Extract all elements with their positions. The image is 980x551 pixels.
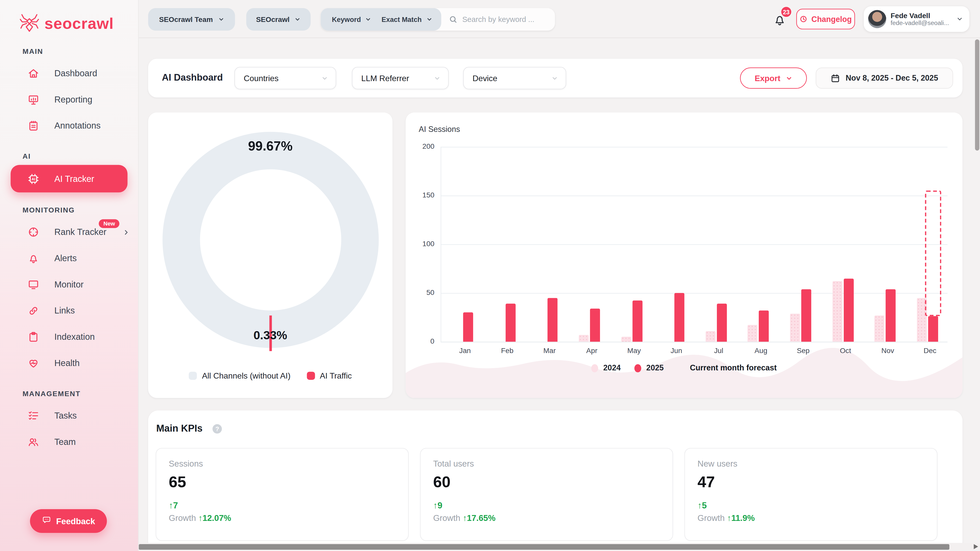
export-button[interactable]: Export — [740, 67, 807, 89]
x-axis-label: May — [615, 347, 653, 354]
search-group: Keyword Exact Match — [321, 8, 555, 30]
sidebar-item-label: Monitor — [54, 279, 83, 289]
clock-icon — [800, 15, 808, 23]
sidebar-item-label: Alerts — [54, 253, 77, 263]
link-icon — [27, 305, 40, 317]
forecast-legend-label: Current month forecast — [690, 364, 776, 372]
y-axis-tick: 150 — [406, 191, 434, 198]
bar-2025-aug[interactable] — [759, 310, 769, 341]
bar-2025-jul[interactable] — [717, 304, 727, 342]
kpi-card-sessions: Sessions65↑7Growth ↑12.07% — [156, 448, 409, 541]
bar-2024-oct[interactable] — [832, 281, 842, 342]
bar-2025-oct[interactable] — [844, 278, 854, 341]
bar-2025-jan[interactable] — [463, 313, 473, 342]
legend-swatch — [189, 372, 197, 380]
chart-legend-item[interactable]: 2025 — [635, 364, 664, 372]
kpi-growth-label: Growth — [433, 513, 460, 523]
sidebar-item-monitor[interactable]: Monitor — [0, 271, 138, 297]
date-range-label: Nov 8, 2025 - Dec 5, 2025 — [845, 74, 938, 83]
filter-bar: AI Dashboard CountriesLLM ReferrerDevice… — [148, 59, 963, 97]
x-axis-label: Aug — [742, 347, 780, 354]
sidebar-item-indexation[interactable]: Indexation — [0, 324, 138, 350]
bar-2024-may[interactable] — [621, 337, 631, 341]
vertical-scrollbar-thumb[interactable] — [975, 39, 979, 151]
kpi-section-title: Main KPIs — [156, 423, 202, 434]
sidebar-section-main: MAIN — [22, 48, 138, 55]
chart-legend: 20242025Current month forecast — [406, 364, 963, 372]
search-filters: Keyword Exact Match — [321, 8, 441, 30]
donut-minor-percent: 0.33% — [148, 329, 393, 342]
sidebar-item-label: Links — [54, 306, 75, 316]
spider-logo-icon — [19, 13, 40, 34]
bar-2024-jul[interactable] — [705, 331, 715, 342]
target-icon — [27, 226, 40, 238]
chart-legend-item[interactable]: 2024 — [591, 364, 620, 372]
sidebar-item-label: Annotations — [54, 121, 100, 130]
bar-2025-apr[interactable] — [590, 309, 600, 342]
sidebar-item-team[interactable]: Team — [0, 429, 138, 455]
bar-2025-feb[interactable] — [505, 304, 515, 342]
x-axis-label: Mar — [531, 347, 568, 354]
brand-logo[interactable]: seocrawl — [0, 0, 138, 34]
x-axis-label: Jan — [446, 347, 484, 354]
bar-2025-jun[interactable] — [675, 293, 684, 342]
bar-2024-nov[interactable] — [875, 315, 885, 341]
horizontal-scrollbar-thumb[interactable] — [139, 544, 950, 550]
svg-text:AI: AI — [32, 177, 35, 181]
chevron-down-icon — [785, 75, 792, 82]
kpi-delta: ↑5 — [697, 500, 924, 510]
search-box — [441, 8, 555, 30]
chevron-down-icon — [434, 75, 441, 82]
kpi-card-total-users: Total users60↑9Growth ↑17.65% — [420, 448, 673, 541]
chevron-right-icon — [123, 228, 130, 235]
sidebar-item-reporting[interactable]: Reporting — [0, 86, 138, 113]
user-menu[interactable]: Fede Vadell fede-vadell@seoali... — [864, 6, 969, 32]
sidebar-item-tasks[interactable]: Tasks — [0, 402, 138, 429]
kpi-value: 65 — [169, 473, 396, 491]
user-name: Fede Vadell — [891, 12, 952, 19]
bar-2025-mar[interactable] — [548, 298, 558, 342]
donut-legend-item[interactable]: All Channels (without AI) — [189, 371, 290, 381]
sidebar-item-alerts[interactable]: Alerts — [0, 245, 138, 271]
team-selector[interactable]: SEOcrawl Team — [148, 8, 235, 30]
scroll-right-arrow-icon[interactable] — [974, 544, 978, 549]
sidebar-item-links[interactable]: Links — [0, 297, 138, 324]
notification-count-badge: 23 — [780, 6, 792, 18]
feedback-button[interactable]: Feedback — [30, 509, 107, 533]
sidebar-section-ai: AI — [22, 152, 138, 160]
kpi-growth-value: ↑11.9% — [727, 513, 755, 523]
annotations-icon — [27, 120, 40, 132]
avatar — [868, 10, 886, 28]
feedback-label: Feedback — [56, 516, 95, 526]
sidebar-item-ai-tracker[interactable]: AIAI Tracker — [11, 165, 127, 192]
bar-2025-sep[interactable] — [801, 289, 811, 341]
bar-2024-sep[interactable] — [790, 313, 800, 342]
kpi-row: Sessions65↑7Growth ↑12.07%Total users60↑… — [156, 448, 955, 541]
filter-select-countries[interactable]: Countries — [234, 67, 336, 89]
match-type-dropdown[interactable]: Exact Match — [382, 16, 432, 23]
x-axis-label: Dec — [912, 347, 949, 354]
sidebar-item-health[interactable]: Health — [0, 350, 138, 376]
bar-2025-dec[interactable] — [928, 316, 938, 341]
filter-select-llm-referrer[interactable]: LLM Referrer — [352, 67, 449, 89]
notifications-button[interactable]: 23 — [770, 10, 792, 32]
help-icon[interactable]: ? — [213, 424, 222, 433]
sidebar-item-dashboard[interactable]: Dashboard — [0, 60, 138, 86]
sidebar-item-rank-tracker[interactable]: Rank TrackerNew — [0, 219, 138, 245]
search-type-dropdown[interactable]: Keyword — [332, 16, 371, 23]
filter-select-device[interactable]: Device — [463, 67, 566, 89]
bar-2024-aug[interactable] — [748, 325, 758, 342]
date-range-picker[interactable]: Nov 8, 2025 - Dec 5, 2025 — [816, 67, 953, 89]
bar-2025-may[interactable] — [632, 301, 642, 341]
bar-2025-nov[interactable] — [886, 289, 896, 341]
search-input[interactable] — [462, 15, 555, 24]
x-axis-label: Feb — [488, 347, 526, 354]
horizontal-scrollbar[interactable] — [139, 543, 980, 551]
changelog-button[interactable]: Changelog — [796, 9, 855, 29]
bar-2024-apr[interactable] — [579, 335, 589, 342]
donut-legend-item[interactable]: AI Traffic — [307, 371, 352, 381]
project-selector[interactable]: SEOcrawl — [246, 8, 310, 30]
sidebar-item-annotations[interactable]: Annotations — [0, 113, 138, 139]
bell-icon — [27, 252, 40, 264]
donut-legend: All Channels (without AI)AI Traffic — [148, 371, 393, 381]
